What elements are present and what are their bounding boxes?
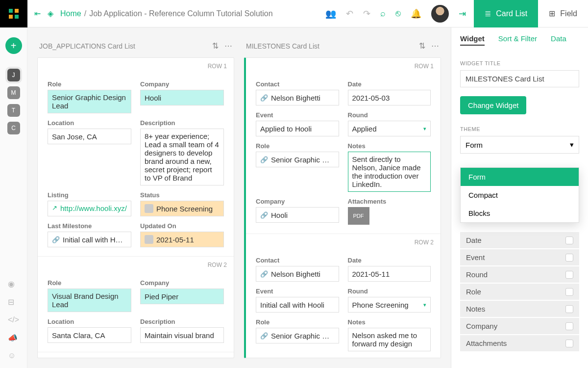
stack-icon[interactable]: ◈: [48, 9, 53, 18]
checkbox[interactable]: [565, 254, 573, 262]
field-value-contact[interactable]: 🔗Nelson Bighetti: [256, 266, 339, 282]
checkbox[interactable]: [565, 271, 573, 279]
field-value-location[interactable]: Santa Clara, CA: [48, 327, 131, 343]
checkbox[interactable]: [565, 288, 573, 296]
users-icon[interactable]: 👥: [325, 8, 336, 19]
field-label: Date: [348, 257, 431, 264]
row-tag: ROW 1: [246, 58, 441, 70]
redo-icon[interactable]: ↷: [363, 8, 370, 19]
search-icon[interactable]: ⌕: [380, 8, 386, 19]
avatar[interactable]: [431, 5, 449, 23]
field-value-listing[interactable]: ↗http://www.hooli.xyz/: [48, 201, 131, 216]
field-toggle-notes[interactable]: Notes: [460, 301, 579, 317]
theme-option-blocks[interactable]: Blocks: [461, 204, 579, 222]
card-row[interactable]: Contact🔗Nelson Bighetti Date2021-05-03 E…: [246, 70, 441, 234]
layout-icon[interactable]: ⊟: [8, 297, 19, 307]
theme-value: Form: [466, 141, 483, 149]
theme-select[interactable]: Form ▾: [460, 136, 579, 154]
field-value-role[interactable]: Visual Brand Design Lead: [48, 289, 131, 312]
tab-card-list[interactable]: ≣ Card List: [474, 0, 538, 27]
field-label: Company: [256, 198, 339, 205]
user-icon[interactable]: ☺: [8, 351, 19, 360]
field-value-company-ref[interactable]: 🔗Hooli: [256, 207, 339, 223]
eye-icon[interactable]: ◉: [8, 279, 19, 289]
rail-item-m[interactable]: M: [7, 86, 20, 99]
change-widget-button[interactable]: Change Widget: [460, 96, 526, 114]
field-toggle-date[interactable]: Date: [460, 232, 579, 248]
rail-item-c[interactable]: C: [7, 122, 20, 134]
link-icon: 🔗: [260, 156, 268, 163]
field-toggle-role[interactable]: Role: [460, 284, 579, 300]
theme-option-form[interactable]: Form: [461, 168, 579, 186]
listing-link[interactable]: http://www.hooli.xyz/: [60, 204, 127, 212]
field-value-role-ref[interactable]: 🔗Senior Graphic …: [256, 328, 339, 343]
field-value-date[interactable]: 2021-05-03: [348, 90, 431, 105]
field-value-company[interactable]: Hooli: [140, 90, 224, 105]
sort-icon[interactable]: ⇅: [212, 41, 219, 51]
panel-tab-data[interactable]: Data: [551, 34, 566, 46]
row-tag: ROW 2: [246, 234, 441, 246]
card-row[interactable]: RoleSenior Graphic Design Lead CompanyHo…: [38, 70, 234, 257]
panel-tab-sort-filter[interactable]: Sort & Filter: [498, 34, 537, 46]
add-button[interactable]: +: [5, 37, 22, 54]
field-value-contact[interactable]: 🔗Nelson Bighetti: [256, 90, 339, 105]
link-icon: 🔗: [52, 236, 60, 243]
field-value-event[interactable]: Applied to Hooli: [256, 121, 339, 136]
field-value-notes[interactable]: Nelson asked me to forward my design: [348, 328, 431, 351]
collapse-sidebar-icon[interactable]: ⇤: [34, 9, 41, 18]
share-icon[interactable]: ⎋: [395, 8, 401, 19]
field-value-status[interactable]: Phone Screening: [140, 201, 224, 216]
more-icon[interactable]: ⋯: [224, 41, 232, 51]
date-swatch-icon: [145, 235, 153, 244]
checkbox[interactable]: [565, 305, 573, 313]
field-value-notes[interactable]: Sent directly to Nelson, Janice made the…: [348, 152, 431, 192]
field-toggle-attachments[interactable]: Attachments: [460, 335, 579, 351]
field-label: Event: [256, 288, 339, 295]
app-logo[interactable]: [0, 0, 27, 27]
theme-label: THEME: [460, 126, 579, 132]
field-label: Role: [256, 318, 339, 326]
sort-icon[interactable]: ⇅: [419, 41, 425, 51]
bell-icon[interactable]: 🔔: [411, 8, 421, 19]
card-row[interactable]: Contact🔗Nelson Bighetti Date2021-05-11 E…: [246, 246, 441, 358]
field-value-date[interactable]: 2021-05-11: [348, 266, 431, 282]
link-icon: 🔗: [260, 94, 268, 102]
field-value-role-ref[interactable]: 🔗Senior Graphic …: [256, 152, 339, 167]
more-icon[interactable]: ⋯: [431, 41, 439, 51]
field-toggle-company[interactable]: Company: [460, 318, 579, 334]
field-label: Listing: [48, 191, 131, 199]
checkbox[interactable]: [565, 322, 573, 330]
field-value-role[interactable]: Senior Graphic Design Lead: [48, 90, 131, 113]
field-label: Description: [140, 318, 224, 325]
code-icon[interactable]: </>: [8, 315, 19, 324]
breadcrumb-home[interactable]: Home: [60, 9, 81, 18]
field-toggle-event[interactable]: Event: [460, 249, 579, 265]
attachment-pdf[interactable]: PDF: [348, 207, 369, 225]
theme-option-compact[interactable]: Compact: [461, 186, 579, 204]
field-value-description[interactable]: 8+ year experience; Lead a small team of…: [140, 129, 224, 185]
field-label: Contact: [256, 257, 339, 264]
field-value-round[interactable]: Applied▾: [348, 121, 431, 136]
card-row[interactable]: RoleVisual Brand Design Lead CompanyPied…: [38, 268, 234, 352]
undo-icon[interactable]: ↶: [346, 8, 353, 19]
panel-tab-widget[interactable]: Widget: [460, 34, 485, 46]
field-value-company[interactable]: Pied Piper: [140, 289, 224, 304]
field-value-description[interactable]: Maintain visual brand: [140, 327, 224, 343]
field-value-round[interactable]: Phone Screening▾: [348, 297, 431, 313]
rail-item-t[interactable]: T: [7, 104, 20, 117]
widget-title-input[interactable]: [460, 70, 579, 87]
expand-panel-icon[interactable]: ⇥: [459, 8, 466, 19]
field-toggle-round[interactable]: Round: [460, 266, 579, 283]
row-tag: ROW 1: [38, 58, 234, 70]
field-value-location[interactable]: San Jose, CA: [48, 129, 131, 144]
field-label: Updated On: [140, 222, 224, 230]
field-value-updated-on[interactable]: 2021-05-11: [140, 232, 224, 247]
megaphone-icon[interactable]: 📣: [8, 333, 19, 342]
svg-rect-1: [15, 9, 19, 13]
field-value-event[interactable]: Initial call with Hooli: [256, 297, 339, 313]
field-value-last-milestone[interactable]: 🔗Initial call with H…: [48, 232, 131, 247]
rail-item-j[interactable]: J: [7, 69, 20, 81]
checkbox[interactable]: [565, 237, 573, 244]
checkbox[interactable]: [565, 340, 573, 347]
tab-field[interactable]: ⊞ Field: [538, 0, 588, 27]
